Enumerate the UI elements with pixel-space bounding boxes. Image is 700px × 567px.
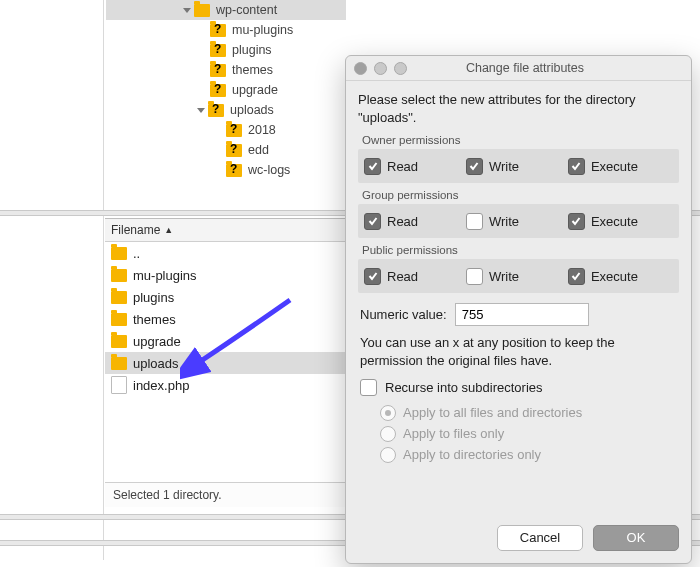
permission-note: You can use an x at any position to keep… [360,334,677,369]
recurse-radio-option: Apply to directories only [380,444,679,465]
recurse-radio-option: Apply to all files and directories [380,402,679,423]
execute-checkbox[interactable] [568,213,585,230]
file-icon [111,376,127,394]
write-label: Write [489,159,519,174]
minimize-icon [374,62,387,75]
permission-group-title: Public permissions [358,242,679,259]
read-label: Read [387,269,418,284]
file-list[interactable]: Filename ▲ ..mu-pluginspluginsthemesupgr… [105,218,345,509]
ok-button[interactable]: OK [593,525,679,551]
write-checkbox[interactable] [466,268,483,285]
read-checkbox[interactable] [364,213,381,230]
tree-item-uploads[interactable]: uploads [106,100,346,120]
recurse-checkbox[interactable] [360,379,377,396]
list-item[interactable]: uploads [105,352,345,374]
tree-item[interactable]: themes [106,60,346,80]
tree-item[interactable]: upgrade [106,80,346,100]
list-item-label: themes [133,312,176,327]
folder-icon [111,335,127,348]
list-item-label: index.php [133,378,189,393]
tree-item[interactable]: wc-logs [106,160,346,180]
write-label: Write [489,214,519,229]
tree-label: wp-content [216,3,277,17]
list-item-label: plugins [133,290,174,305]
chevron-down-icon[interactable] [196,105,206,115]
dialog-title: Change file attributes [407,61,683,75]
folder-icon [210,24,226,37]
list-item-label: .. [133,246,140,261]
list-item[interactable]: plugins [105,286,345,308]
radio-icon [380,426,396,442]
remote-tree[interactable]: wp-content mu-plugins plugins themes upg… [106,0,346,210]
list-item[interactable]: .. [105,242,345,264]
permission-group-title: Owner permissions [358,132,679,149]
column-header-filename[interactable]: Filename ▲ [105,219,345,242]
radio-label: Apply to all files and directories [403,405,582,420]
tree-item[interactable]: 2018 [106,120,346,140]
write-checkbox[interactable] [466,213,483,230]
folder-icon [111,313,127,326]
folder-icon [210,84,226,97]
sort-asc-icon: ▲ [164,225,173,235]
list-item[interactable]: index.php [105,374,345,396]
folder-icon [210,64,226,77]
list-item[interactable]: mu-plugins [105,264,345,286]
folder-icon [208,104,224,117]
tree-item[interactable]: edd [106,140,346,160]
folder-icon [210,44,226,57]
recurse-label: Recurse into subdirectories [385,380,543,395]
list-item[interactable]: themes [105,308,345,330]
close-icon[interactable] [354,62,367,75]
tree-item[interactable]: mu-plugins [106,20,346,40]
execute-label: Execute [591,214,638,229]
read-label: Read [387,159,418,174]
execute-label: Execute [591,159,638,174]
list-item-label: mu-plugins [133,268,197,283]
execute-label: Execute [591,269,638,284]
folder-icon [226,144,242,157]
dialog-instruction: Please select the new attributes for the… [358,91,679,126]
statusbar: Selected 1 directory. [105,482,345,507]
tree-item[interactable]: plugins [106,40,346,60]
read-label: Read [387,214,418,229]
write-checkbox[interactable] [466,158,483,175]
cancel-button[interactable]: Cancel [497,525,583,551]
permission-group-title: Group permissions [358,187,679,204]
list-item-label: uploads [133,356,179,371]
folder-icon [226,124,242,137]
read-checkbox[interactable] [364,268,381,285]
execute-checkbox[interactable] [568,268,585,285]
chevron-down-icon[interactable] [182,5,192,15]
radio-icon [380,447,396,463]
list-item-label: upgrade [133,334,181,349]
execute-checkbox[interactable] [568,158,585,175]
change-attributes-dialog: Change file attributes Please select the… [345,55,692,564]
read-checkbox[interactable] [364,158,381,175]
folder-icon [194,4,210,17]
list-item[interactable]: upgrade [105,330,345,352]
zoom-icon [394,62,407,75]
tree-item-wp-content[interactable]: wp-content [106,0,346,20]
radio-label: Apply to files only [403,426,504,441]
radio-icon [380,405,396,421]
numeric-value-label: Numeric value: [360,307,447,322]
folder-icon [111,247,127,260]
folder-icon [111,357,127,370]
write-label: Write [489,269,519,284]
recurse-radio-option: Apply to files only [380,423,679,444]
radio-label: Apply to directories only [403,447,541,462]
numeric-value-input[interactable] [455,303,589,326]
folder-icon [226,164,242,177]
dialog-titlebar[interactable]: Change file attributes [346,56,691,81]
folder-icon [111,269,127,282]
folder-icon [111,291,127,304]
